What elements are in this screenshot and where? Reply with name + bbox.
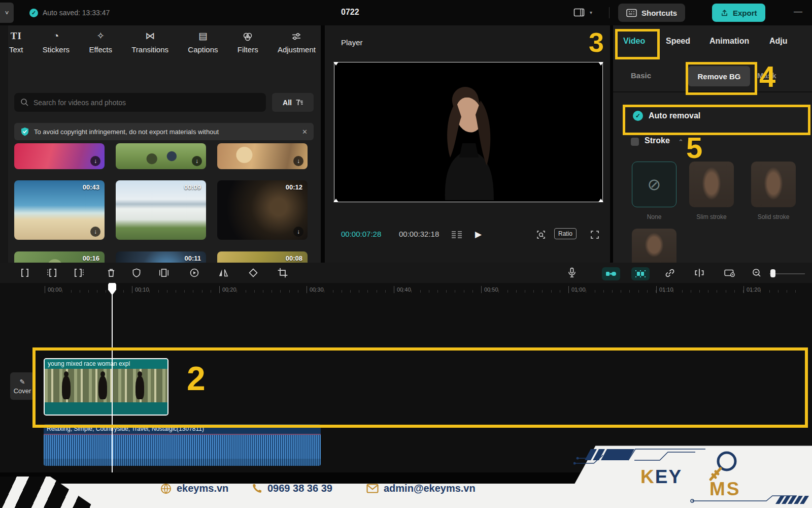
player-title: Player [341, 38, 363, 47]
ruler-label: 00:10 [132, 286, 149, 293]
annotation-number-2: 2 [187, 362, 206, 395]
export-button[interactable]: Export [712, 4, 765, 22]
download-icon[interactable]: ↓ [90, 156, 100, 166]
tab-filters[interactable]: Filters [238, 30, 258, 54]
collapse-menu-button[interactable]: ˅ [0, 3, 14, 23]
ratio-button[interactable]: Ratio [554, 228, 577, 239]
selection-handle[interactable] [333, 199, 339, 202]
mail-icon [366, 484, 379, 493]
current-timecode: 00:00:07:28 [341, 230, 381, 238]
selection-handle[interactable] [598, 62, 603, 66]
mask-icon[interactable] [131, 267, 142, 278]
shortcuts-button[interactable]: Shortcuts [618, 4, 685, 22]
stroke-option-slim[interactable] [689, 162, 734, 207]
ruler-label: 00:30 [307, 286, 324, 293]
footer-phone: 0969 38 36 39 [252, 483, 332, 494]
email-text: admin@ekeyms.vn [384, 483, 476, 494]
download-icon[interactable]: ↓ [293, 156, 303, 166]
link-clips-icon[interactable] [664, 267, 676, 278]
logo-key-text: KEY [640, 466, 682, 488]
stroke-label: Stroke [645, 136, 670, 145]
media-filter-dropdown[interactable]: All [272, 93, 314, 112]
rotate-icon[interactable] [248, 267, 259, 278]
tab-stickers[interactable]: ◔ Stickers [43, 30, 70, 54]
snap-toggle-on[interactable] [602, 267, 620, 280]
duration-badge: 00:12 [286, 183, 302, 191]
stock-video-thumb[interactable]: 00:09 [116, 180, 206, 240]
filters-icon [242, 30, 253, 42]
freeze-frame-icon[interactable] [158, 267, 170, 278]
layout-caret-icon[interactable]: ▾ [590, 10, 592, 15]
download-icon[interactable]: ↓ [90, 227, 100, 237]
stock-video-thumb[interactable]: 00:08 [217, 251, 308, 263]
stroke-checkbox[interactable] [631, 138, 639, 146]
stock-video-thumb[interactable]: 00:11 [116, 251, 206, 263]
edit-cover-button[interactable]: ✎ Cover [10, 372, 35, 400]
properties-panel: Video Speed Animation Adju Basic Remove … [613, 25, 812, 263]
stock-video-thumb[interactable]: 00:43 ↓ [14, 180, 105, 240]
video-preview[interactable] [334, 62, 603, 202]
fullscreen-icon[interactable] [590, 230, 600, 240]
none-icon: ⊘ [648, 175, 661, 194]
tab-speed[interactable]: Speed [666, 37, 690, 46]
download-icon[interactable]: ↓ [192, 156, 202, 166]
project-title: 0722 [341, 8, 359, 17]
playhead-handle[interactable] [108, 283, 116, 295]
export-upload-icon [720, 9, 729, 17]
tab-text[interactable]: TI Text [9, 30, 23, 54]
minimize-icon[interactable]: — [794, 7, 802, 17]
split-view-icon[interactable] [693, 267, 705, 278]
delete-left-icon[interactable] [47, 267, 58, 278]
phone-text: 0969 38 36 39 [267, 483, 332, 494]
stroke-option-label: Solid stroke [751, 213, 796, 220]
play-button[interactable]: ▶ [475, 229, 482, 240]
tab-animation[interactable]: Animation [709, 37, 749, 46]
layout-panels-icon[interactable] [573, 8, 585, 18]
auto-arrange-toggle-on[interactable] [631, 267, 650, 280]
duration-badge: 00:08 [286, 255, 302, 262]
tab-transitions[interactable]: ⋈ Transitions [131, 30, 168, 54]
text-icon: TI [11, 30, 22, 42]
collapse-section-icon[interactable]: ⌃ [678, 138, 684, 146]
tab-effects[interactable]: ✧ Effects [89, 30, 112, 54]
stock-video-thumb[interactable]: ↓ [116, 143, 206, 169]
preview-axis-icon[interactable] [724, 267, 736, 278]
reverse-icon[interactable] [189, 267, 200, 278]
clip-list-icon[interactable] [452, 231, 462, 238]
stock-video-thumb[interactable]: 00:16 [14, 251, 105, 263]
stock-video-thumb[interactable]: 00:12 ↓ [217, 180, 308, 240]
timeline-zoom-handle[interactable] [770, 269, 775, 277]
stock-video-thumb[interactable]: ↓ [14, 143, 105, 169]
download-icon[interactable]: ↓ [293, 227, 303, 237]
delete-icon[interactable] [106, 267, 117, 278]
mirror-icon[interactable] [217, 267, 229, 278]
crop-icon[interactable] [277, 267, 288, 278]
preview-focus-icon[interactable] [536, 230, 546, 240]
shield-check-icon [20, 127, 29, 137]
filter-funnel-icon [295, 99, 303, 106]
record-voiceover-icon[interactable] [566, 267, 578, 278]
preset-thumb-partial[interactable] [632, 229, 676, 263]
selection-handle[interactable] [333, 62, 339, 66]
split-icon[interactable] [19, 267, 30, 278]
tab-label: Text [9, 45, 23, 54]
search-input[interactable] [14, 93, 266, 112]
panel-edge [0, 25, 8, 263]
stroke-option-solid[interactable] [751, 162, 796, 207]
delete-right-icon[interactable] [73, 267, 84, 278]
ruler-label: 01:10 [656, 286, 673, 293]
tab-adjustment[interactable]: Adjustment [278, 30, 316, 54]
stock-video-thumb[interactable]: ↓ [217, 143, 308, 169]
audio-clip[interactable]: Relaxing, Simple, Countryside, Travel, N… [44, 424, 321, 466]
duration-badge: 00:43 [83, 183, 99, 191]
tab-captions[interactable]: ▤ Captions [188, 30, 218, 54]
stroke-option-none[interactable]: ⊘ [632, 162, 676, 207]
tab-label: Captions [188, 45, 218, 54]
tab-adjustment-truncated[interactable]: Adju [769, 37, 788, 46]
selection-handle[interactable] [598, 199, 603, 202]
subtab-basic[interactable]: Basic [631, 71, 651, 80]
annotation-number-4: 4 [759, 62, 775, 91]
zoom-out-icon[interactable] [751, 267, 762, 278]
close-icon[interactable]: ✕ [302, 128, 308, 136]
ruler-label: 00:40 [394, 286, 411, 293]
